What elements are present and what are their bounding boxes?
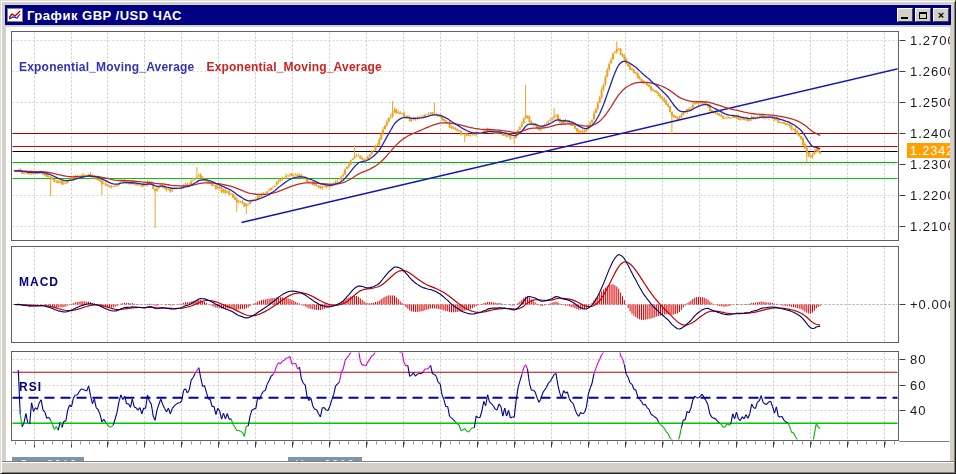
- chart-client-area: Exponential_Moving_AverageExponential_Mo…: [6, 27, 950, 461]
- rsi-panel-canvas[interactable]: [11, 351, 899, 441]
- price-axis-label: 1.2100: [910, 219, 950, 234]
- chart-app-icon: [7, 8, 23, 22]
- price-axis-label: 1.2700: [910, 33, 950, 48]
- rsi-axis-label: 40: [910, 403, 926, 418]
- window-controls: ×: [897, 8, 951, 22]
- close-button[interactable]: ×: [933, 8, 949, 22]
- month-badge-nov: Нов 2016: [288, 457, 362, 461]
- window-bottom-frame: [2, 461, 954, 472]
- minimize-button[interactable]: [897, 8, 913, 22]
- rsi-axis-label: 60: [910, 377, 926, 392]
- window-title: График GBP /USD ЧАС: [27, 8, 182, 23]
- maximize-icon: [919, 12, 927, 19]
- price-axis-label: 1.2400: [910, 126, 950, 141]
- rsi-axis-label: 80: [910, 352, 926, 367]
- maximize-button[interactable]: [915, 8, 931, 22]
- current-price-badge: 1.2342: [907, 143, 950, 158]
- ema-legend-fast: Exponential_Moving_Average: [19, 60, 194, 74]
- minimize-icon: [901, 17, 908, 19]
- month-badge-oct: Окт 2016: [12, 457, 84, 461]
- price-axis-label: 1.2300: [910, 157, 950, 172]
- chart-window: График GBP /USD ЧАС × Exponential_Moving…: [0, 0, 956, 474]
- window-titlebar[interactable]: График GBP /USD ЧАС ×: [5, 5, 951, 25]
- ema-legend: Exponential_Moving_AverageExponential_Mo…: [19, 60, 390, 74]
- ema-legend-slow: Exponential_Moving_Average: [206, 60, 381, 74]
- close-icon: ×: [938, 10, 944, 21]
- price-axis-label: 1.2500: [910, 95, 950, 110]
- rsi-label: RSI: [19, 380, 42, 394]
- macd-panel-canvas[interactable]: [11, 246, 899, 343]
- macd-zero-axis-label: +0.000: [910, 297, 950, 312]
- macd-label: MACD: [19, 275, 59, 289]
- price-axis-label: 1.2600: [910, 64, 950, 79]
- price-axis-label: 1.2200: [910, 188, 950, 203]
